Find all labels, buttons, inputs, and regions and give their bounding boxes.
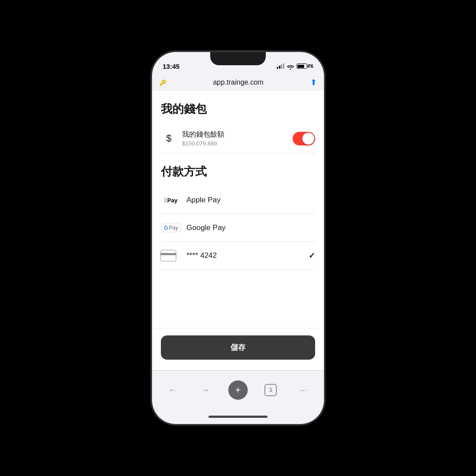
- tabs-button[interactable]: 3: [261, 380, 280, 400]
- lock-icon: 🔑: [159, 79, 166, 86]
- card-logo: [161, 249, 181, 262]
- credit-card-icon: [160, 250, 176, 261]
- selected-check-icon: ✓: [309, 251, 315, 260]
- google-pay-label: Google Pay: [186, 223, 315, 232]
- bottom-nav: ← → + 3 ···: [152, 370, 324, 409]
- wallet-info: 我的錢包餘額 $150,079,889: [182, 130, 293, 147]
- screen: 13:45 76: [152, 52, 324, 424]
- battery-percent: 76: [308, 63, 313, 69]
- new-tab-button[interactable]: +: [228, 380, 248, 400]
- wallet-row: $ 我的錢包餘額 $150,079,889: [161, 124, 315, 153]
- forward-button[interactable]: →: [196, 380, 215, 400]
- notch: [210, 52, 266, 65]
- apple-pay-label: Apple Pay: [186, 196, 315, 205]
- url-text[interactable]: app.trainge.com: [171, 78, 306, 86]
- payment-title: 付款方式: [161, 164, 315, 179]
- wifi-icon: [287, 63, 294, 69]
- wallet-title: 我的錢包: [161, 101, 315, 117]
- google-pay-logo: GPay: [161, 221, 181, 234]
- save-area: 儲存: [152, 328, 324, 370]
- home-indicator: [152, 409, 324, 424]
- back-button[interactable]: ←: [163, 380, 182, 400]
- url-bar: 🔑 app.trainge.com ⬆: [152, 74, 324, 91]
- home-bar: [208, 416, 268, 418]
- wallet-amount: $150,079,889: [182, 140, 293, 147]
- google-pay-row[interactable]: GPay Google Pay: [161, 214, 315, 242]
- apple-pay-row[interactable]: Pay Apple Pay: [161, 186, 315, 214]
- status-icons: 76: [277, 63, 313, 69]
- menu-button[interactable]: ···: [294, 380, 313, 400]
- save-button[interactable]: 儲存: [161, 335, 315, 360]
- spacer: [161, 270, 315, 328]
- wallet-toggle[interactable]: [293, 132, 315, 145]
- main-content: 我的錢包 $ 我的錢包餘額 $150,079,889 付款方式: [152, 91, 324, 328]
- card-row[interactable]: **** 4242 ✓: [161, 242, 315, 270]
- battery-box: [297, 63, 307, 69]
- share-icon[interactable]: ⬆: [310, 78, 317, 87]
- apple-pay-logo: Pay: [161, 193, 181, 207]
- dollar-icon: $: [161, 130, 177, 146]
- toggle-thumb: [302, 133, 314, 145]
- card-number-label: **** 4242: [186, 251, 309, 260]
- status-time: 13:45: [163, 63, 179, 70]
- wallet-label: 我的錢包餘額: [182, 130, 293, 139]
- payment-section: 付款方式 Pay Apple Pay GPay: [161, 164, 315, 270]
- battery-badge: 76: [297, 63, 313, 69]
- tab-counter: 3: [264, 384, 277, 396]
- phone-frame: 13:45 76: [152, 52, 324, 424]
- battery-fill: [298, 65, 304, 68]
- signal-icon: [277, 63, 284, 69]
